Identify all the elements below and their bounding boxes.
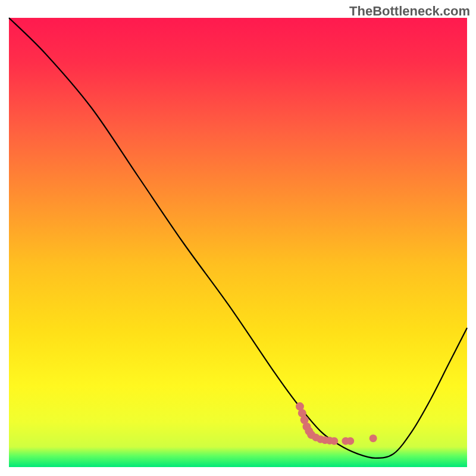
bottleneck-chart <box>0 0 476 476</box>
marker-point <box>346 437 354 445</box>
watermark-text: TheBottleneck.com <box>349 4 470 19</box>
plot-background <box>9 18 467 467</box>
marker-point <box>330 437 338 445</box>
chart-container: TheBottleneck.com <box>0 0 476 476</box>
marker-point <box>369 434 377 442</box>
